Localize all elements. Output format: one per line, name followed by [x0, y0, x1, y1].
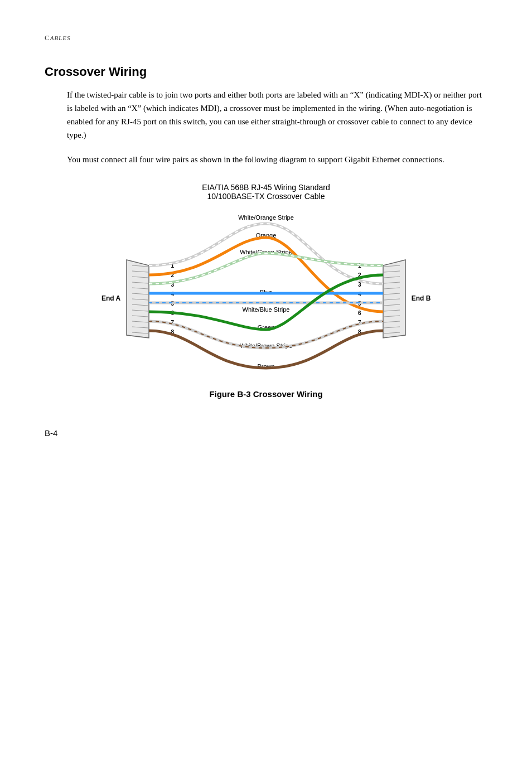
paragraph-2: You must connect all four wire pairs as … [67, 153, 487, 166]
diagram-area: EIA/TIA 568B RJ-45 Wiring Standard 10/10… [45, 183, 487, 399]
section-header: CABLES [45, 33, 487, 42]
page: CABLES Crossover Wiring If the twisted-p… [0, 0, 532, 460]
pin-b-6: 6 [358, 310, 361, 316]
page-number: B-4 [45, 428, 57, 438]
pin-b-3: 3 [358, 282, 361, 288]
section-title: Crossover Wiring [45, 65, 487, 79]
figure-caption: Figure B-3 Crossover Wiring [45, 389, 487, 399]
diagram-title: EIA/TIA 568B RJ-45 Wiring Standard 10/10… [45, 183, 487, 201]
wiring-diagram: White/Orange Stripe Orange White/Green S… [71, 210, 461, 383]
end-a-label: End A [101, 294, 121, 302]
wire-white-green [149, 253, 383, 284]
header-cap-c: C [45, 33, 50, 42]
label-white-blue: White/Blue Stripe [243, 306, 290, 313]
header-rest: ABLES [50, 35, 71, 41]
end-b-label: End B [412, 294, 431, 302]
paragraph-1: If the twisted-pair cable is to join two… [67, 88, 487, 142]
label-white-orange: White/Orange Stripe [238, 214, 294, 221]
